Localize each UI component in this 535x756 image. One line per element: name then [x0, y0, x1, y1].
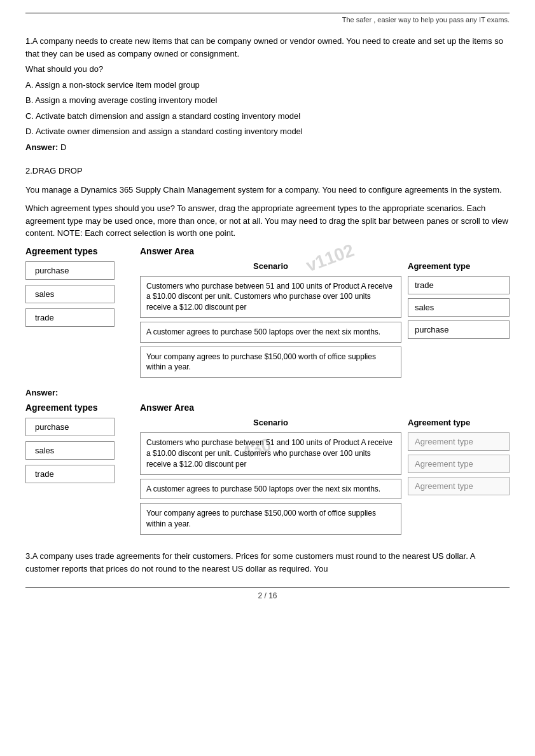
- answer-placeholder-1[interactable]: Agreement type: [408, 432, 510, 451]
- q2-answer-scenario-header: Scenario: [140, 418, 401, 427]
- q1-answer: Answer: D: [25, 141, 510, 154]
- q1-option-b: B. Assign a moving average costing inven…: [25, 94, 510, 107]
- answer-scenario-row-2: A customer agrees to purchase 500 laptop…: [140, 479, 401, 500]
- q2-answer-area: Answer Area Scenario Customers who purch…: [134, 246, 510, 382]
- q2-result-header: Agreement type: [408, 261, 510, 271]
- q2-answer-area-header-2: Answer Area: [140, 402, 510, 413]
- result-box-sales[interactable]: sales: [408, 298, 510, 317]
- q2-intro2: Which agreement types should you use? To…: [25, 202, 510, 240]
- q2-intro1: You manage a Dynamics 365 Supply Chain M…: [25, 184, 510, 196]
- question-1: 1.A company needs to create new items th…: [25, 35, 510, 153]
- type-box-sales[interactable]: sales: [25, 285, 115, 303]
- answer-type-box-purchase[interactable]: purchase: [25, 418, 115, 436]
- q2-answer-result-col: Agreement type Agreement type Agreement …: [408, 418, 510, 539]
- answer-scenario-row-3: Your company agrees to purchase $150,000…: [140, 503, 401, 535]
- q2-types-col: Agreement types purchase sales trade: [25, 246, 134, 332]
- q2-number-type: 2.DRAG DROP: [25, 165, 510, 177]
- q2-types-header: Agreement types: [25, 246, 134, 256]
- result-box-trade[interactable]: trade: [408, 276, 510, 294]
- page-number: 2 / 16: [258, 591, 277, 600]
- result-box-purchase[interactable]: purchase: [408, 320, 510, 339]
- answer-placeholder-3[interactable]: Agreement type: [408, 477, 510, 495]
- q3-text: 3.A company uses trade agreements for th…: [25, 550, 510, 575]
- q2-result-col: Agreement type trade sales purchase: [408, 261, 510, 382]
- question-3: 3.A company uses trade agreements for th…: [25, 550, 510, 575]
- q2-drag-drop-question: Agreement types purchase sales trade Ans…: [25, 246, 510, 382]
- type-box-purchase[interactable]: purchase: [25, 261, 115, 280]
- q2-answer-types-header: Agreement types: [25, 402, 134, 413]
- q2-answer-result-header: Agreement type: [408, 418, 510, 427]
- answer-type-box-trade[interactable]: trade: [25, 465, 115, 483]
- q1-option-c: C. Activate batch dimension and assign a…: [25, 110, 510, 123]
- q2-answer-section-label: Answer:: [25, 388, 510, 397]
- q2-answer-area-2: Answer Area Scenario Customers who purch…: [134, 402, 510, 539]
- q2-answer-scenarios-col: Scenario Customers who purchase between …: [140, 418, 401, 539]
- page-container: v1102 430 The safer , easier way to help…: [0, 0, 535, 756]
- q2-scenario-header: Scenario: [140, 261, 401, 271]
- q2-answer-area-header: Answer Area: [140, 246, 510, 256]
- answer-scenario-row-1: Customers who purchase between 51 and 10…: [140, 432, 401, 474]
- scenario-row-3: Your company agrees to purchase $150,000…: [140, 347, 401, 378]
- answer-type-box-sales[interactable]: sales: [25, 441, 115, 460]
- answer-placeholder-2[interactable]: Agreement type: [408, 455, 510, 473]
- q2-answer-inner-2: Scenario Customers who purchase between …: [140, 418, 510, 539]
- q2-answer-drag-drop: Agreement types purchase sales trade Ans…: [25, 402, 510, 539]
- scenario-row-2: A customer agrees to purchase 500 laptop…: [140, 322, 401, 343]
- header-tagline: The safer , easier way to help you pass …: [25, 13, 510, 24]
- q1-option-a: A. Assign a non-stock service item model…: [25, 79, 510, 92]
- scenario-row-1: Customers who purchase between 51 and 10…: [140, 276, 401, 318]
- q2-answer-types-col: Agreement types purchase sales trade: [25, 402, 134, 488]
- q1-prompt: What should you do?: [25, 63, 510, 76]
- footer: 2 / 16: [25, 588, 510, 600]
- question-2: 2.DRAG DROP You manage a Dynamics 365 Su…: [25, 165, 510, 539]
- type-box-trade[interactable]: trade: [25, 308, 115, 327]
- q2-answer-inner: Scenario Customers who purchase between …: [140, 261, 510, 382]
- q2-scenarios-col: Scenario Customers who purchase between …: [140, 261, 401, 382]
- q1-option-d: D. Activate owner dimension and assign a…: [25, 125, 510, 138]
- q1-text: 1.A company needs to create new items th…: [25, 35, 510, 60]
